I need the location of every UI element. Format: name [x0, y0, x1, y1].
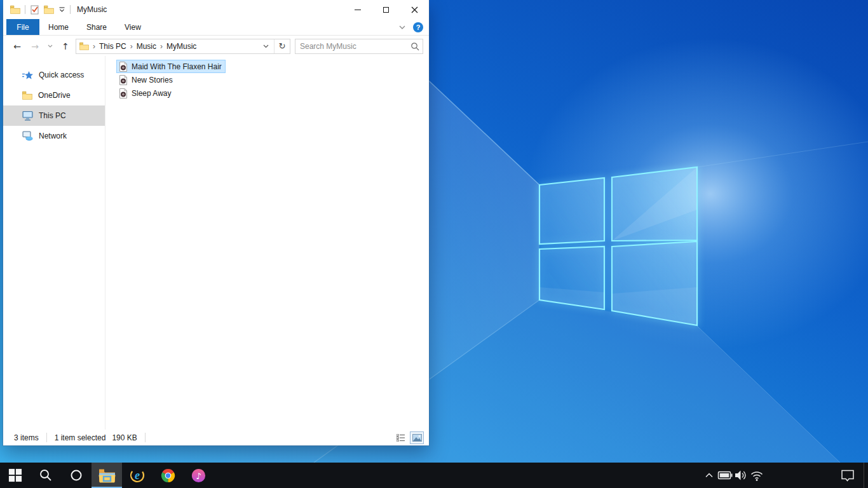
- file-explorer-icon: [98, 468, 116, 483]
- recent-locations-chevron-icon[interactable]: [44, 38, 57, 55]
- status-bar: 3 items 1 item selected 190 KB: [3, 430, 429, 445]
- audio-file-icon: [118, 62, 128, 72]
- file-item-maid-with-the-flaxen-hair[interactable]: Maid With The Flaxen Hair: [116, 60, 226, 73]
- sidebar-item-network[interactable]: Network: [3, 126, 105, 146]
- sidebar-item-onedrive[interactable]: OneDrive: [3, 85, 105, 105]
- file-list: Maid With The Flaxen Hair New Stories Sl…: [116, 60, 226, 100]
- windows-start-icon: [8, 468, 22, 482]
- sidebar-item-this-pc[interactable]: This PC: [3, 105, 105, 126]
- expand-ribbon-chevron-icon[interactable]: [399, 25, 405, 29]
- svg-text:♪: ♪: [196, 471, 201, 480]
- chrome-icon: [160, 468, 176, 484]
- folder-icon: [10, 5, 20, 14]
- separator: [46, 433, 47, 442]
- window-title: MyMusic: [77, 5, 107, 14]
- sidebar-item-label: OneDrive: [38, 91, 71, 100]
- quick-access-toolbar: MyMusic: [10, 0, 107, 19]
- sidebar-item-label: Network: [39, 132, 67, 140]
- pane-divider: [105, 56, 105, 430]
- search-icon[interactable]: [410, 42, 419, 51]
- forward-button[interactable]: →: [26, 38, 44, 55]
- folder-icon: [22, 91, 32, 100]
- new-folder-icon[interactable]: [44, 5, 54, 14]
- separator: [145, 433, 146, 442]
- selection-status: 1 item selected: [55, 433, 106, 442]
- file-name: Sleep Away: [132, 89, 172, 98]
- taskbar-file-explorer-button[interactable]: [92, 463, 122, 488]
- system-tray: [701, 463, 868, 488]
- back-button[interactable]: ←: [8, 38, 26, 55]
- ribbon-tab-bar: File Home Share View ?: [3, 19, 429, 36]
- address-dropdown-chevron-icon[interactable]: [263, 44, 269, 48]
- minimize-button[interactable]: [343, 0, 372, 19]
- tab-share[interactable]: Share: [78, 19, 116, 35]
- customize-quick-access-chevron-icon[interactable]: [58, 6, 65, 13]
- tab-view[interactable]: View: [116, 19, 150, 35]
- action-center-button[interactable]: [836, 463, 860, 488]
- folder-icon: [79, 42, 89, 50]
- sidebar-item-label: Quick access: [39, 71, 84, 79]
- search-icon: [39, 468, 53, 482]
- explorer-body: Quick access OneDrive This PC: [3, 56, 429, 430]
- minimize-icon: [355, 10, 361, 10]
- show-desktop-button[interactable]: [864, 463, 864, 488]
- cortana-button[interactable]: [61, 463, 92, 488]
- thumbnails-view-button[interactable]: [410, 431, 424, 444]
- close-icon: [411, 6, 418, 13]
- maximize-button[interactable]: [372, 0, 400, 19]
- volume-button[interactable]: [733, 463, 749, 488]
- up-button[interactable]: ↑: [57, 38, 74, 55]
- file-item-new-stories[interactable]: New Stories: [116, 73, 177, 86]
- breadcrumb-this-pc[interactable]: This PC: [99, 42, 126, 51]
- tab-file[interactable]: File: [6, 19, 39, 35]
- battery-button[interactable]: [717, 463, 733, 488]
- details-view-icon: [397, 434, 405, 442]
- show-hidden-icons-button[interactable]: [701, 463, 717, 488]
- breadcrumb-separator: ›: [126, 42, 137, 51]
- file-item-sleep-away[interactable]: Sleep Away: [116, 86, 175, 100]
- this-pc-icon: [22, 111, 33, 121]
- cortana-circle-icon: [69, 468, 83, 482]
- separator: [25, 5, 25, 14]
- help-button[interactable]: ?: [413, 22, 423, 32]
- battery-icon: [717, 468, 733, 483]
- file-name: New Stories: [132, 76, 173, 85]
- speaker-icon: [733, 468, 749, 483]
- network-wifi-button[interactable]: [749, 463, 764, 488]
- maximize-icon: [383, 7, 389, 13]
- navigation-bar: ← → ↑ › This PC › Music › MyMusic ↻: [3, 36, 429, 56]
- title-bar[interactable]: MyMusic: [3, 0, 429, 19]
- svg-text:e: e: [135, 469, 140, 482]
- action-center-icon: [840, 468, 855, 483]
- address-bar[interactable]: › This PC › Music › MyMusic ↻: [76, 39, 290, 54]
- internet-explorer-icon: e: [129, 467, 146, 484]
- breadcrumb-mymusic[interactable]: MyMusic: [166, 42, 196, 51]
- thumbnails-view-icon: [412, 434, 422, 442]
- sidebar-item-label: This PC: [39, 111, 66, 120]
- close-button[interactable]: [400, 0, 429, 19]
- taskbar: e: [0, 463, 868, 488]
- details-view-button[interactable]: [394, 431, 408, 444]
- file-explorer-window: MyMusic File Home Share View: [3, 0, 429, 445]
- selection-size: 190 KB: [112, 433, 137, 442]
- taskbar-search-button[interactable]: [31, 463, 61, 488]
- breadcrumb-separator: ›: [89, 42, 99, 51]
- refresh-button[interactable]: ↻: [275, 41, 290, 51]
- properties-check-icon[interactable]: [30, 5, 39, 15]
- itunes-button[interactable]: ♪: [183, 463, 214, 488]
- breadcrumb-separator: ›: [156, 42, 166, 51]
- search-box[interactable]: [295, 39, 423, 54]
- tab-home[interactable]: Home: [39, 19, 78, 35]
- desktop: MyMusic File Home Share View: [0, 0, 868, 488]
- wifi-icon: [749, 468, 764, 483]
- start-button[interactable]: [0, 463, 31, 488]
- audio-file-icon: [118, 88, 128, 98]
- chevron-up-icon: [705, 473, 713, 478]
- network-icon: [22, 131, 33, 141]
- quick-access-star-icon: [22, 71, 33, 80]
- internet-explorer-button[interactable]: e: [122, 463, 153, 488]
- chrome-button[interactable]: [153, 463, 183, 488]
- sidebar-item-quick-access[interactable]: Quick access: [3, 65, 105, 85]
- breadcrumb-music[interactable]: Music: [137, 42, 156, 51]
- search-input[interactable]: [295, 39, 423, 53]
